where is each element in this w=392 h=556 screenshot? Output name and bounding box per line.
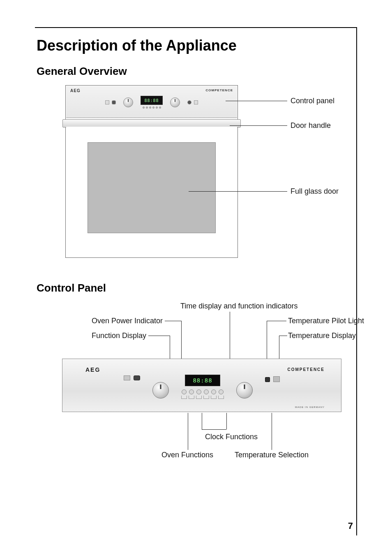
clock-button — [204, 389, 209, 394]
center-display-block: 88:88 — [181, 375, 224, 399]
bracket-icon — [189, 396, 194, 399]
page-frame: Description of the Appliance General Ove… — [35, 27, 357, 535]
temp-display-icon — [194, 100, 198, 104]
made-in-label: MADE IN GERMANY — [295, 406, 325, 408]
time-display: 88:88 — [185, 375, 220, 386]
control-panel-body: AEG COMPETENCE MADE IN GERMANY 88:88 — [62, 359, 341, 412]
power-indicator-icon — [105, 100, 109, 104]
clock-button — [189, 389, 194, 394]
function-knob — [123, 97, 133, 107]
leader-line — [230, 125, 287, 126]
leader-line — [279, 336, 287, 336]
clock-button — [219, 389, 224, 394]
clock-button — [146, 107, 148, 109]
leader-line — [202, 429, 226, 430]
page-title: Description of the Appliance — [37, 37, 356, 54]
clock-button — [143, 107, 145, 109]
clock-button — [182, 389, 187, 394]
panel-cluster: 88:88 — [105, 96, 198, 109]
power-indicator-icon — [124, 375, 130, 380]
leader-line — [165, 321, 181, 321]
clock-buttons-row — [182, 389, 224, 394]
clock-button — [159, 107, 161, 109]
leader-line — [188, 413, 188, 450]
oven-functions-knob — [152, 382, 169, 398]
section-control-panel: Control Panel Time display and function … — [35, 282, 356, 475]
control-panel-diagram: Time display and function indicators Ove… — [62, 302, 350, 475]
bracket-row — [181, 396, 224, 399]
bracket-icon — [211, 396, 217, 399]
leader-line — [189, 191, 287, 192]
page-number: 7 — [348, 521, 353, 531]
label-clock-functions: Clock Functions — [205, 433, 258, 441]
leader-line — [226, 101, 287, 101]
section-general-overview: General Overview AEG COMPETENCE 88:88 — [35, 65, 356, 266]
leader-line — [272, 413, 272, 450]
heading-control-panel: Control Panel — [37, 282, 356, 294]
bracket-icon — [181, 396, 187, 399]
oven-control-panel: AEG COMPETENCE 88:88 — [66, 86, 237, 118]
brand-aeg: AEG — [70, 88, 81, 93]
clock-button — [152, 107, 154, 109]
right-indicators — [265, 375, 280, 382]
brand-competence: COMPETENCE — [287, 367, 325, 372]
pilot-light-icon — [187, 100, 191, 104]
clock-button — [211, 389, 216, 394]
temperature-knob — [170, 97, 180, 107]
bracket-icon — [218, 396, 224, 399]
function-display-icon — [134, 375, 140, 380]
callout-door-handle: Door handle — [291, 121, 331, 130]
temperature-display-icon — [273, 376, 280, 382]
brand-aeg: AEG — [85, 366, 100, 373]
callout-full-glass-door: Full glass door — [291, 187, 339, 196]
label-temperature-selection: Temperature Selection — [235, 451, 309, 459]
oven-door — [66, 127, 237, 257]
label-temperature-display: Temperature Display — [288, 331, 356, 340]
leader-line — [267, 321, 286, 321]
callout-control-panel: Control panel — [291, 97, 334, 105]
oven-body: AEG COMPETENCE 88:88 — [65, 85, 238, 258]
clock-buttons-row — [141, 107, 163, 109]
pilot-light-icon — [265, 377, 270, 382]
clock-button — [149, 107, 151, 109]
temperature-selection-knob — [236, 382, 253, 398]
function-display-icon — [112, 100, 116, 104]
heading-general-overview: General Overview — [37, 65, 356, 78]
control-cluster: 88:88 — [124, 375, 280, 399]
clock-button — [156, 107, 158, 109]
time-display: 88:88 — [141, 96, 163, 105]
display-block: 88:88 — [141, 96, 163, 109]
label-time-display: Time display and function indicators — [180, 302, 297, 310]
bracket-icon — [203, 396, 209, 399]
brand-competence: COMPETENCE — [206, 88, 233, 92]
leader-line — [202, 413, 202, 429]
label-oven-power-indicator: Oven Power Indicator — [92, 317, 163, 325]
door-handle — [62, 119, 241, 127]
label-oven-functions: Oven Functions — [161, 451, 213, 459]
leader-line — [148, 336, 170, 336]
oven-diagram: AEG COMPETENCE 88:88 — [65, 85, 345, 266]
label-function-display: Function Display — [92, 331, 146, 340]
leader-line — [226, 413, 227, 429]
left-indicators — [124, 375, 140, 380]
full-glass-door — [88, 142, 216, 233]
label-temperature-pilot-light: Temperature Pilot Light — [288, 317, 364, 325]
leader-line — [230, 312, 230, 364]
clock-button — [196, 389, 201, 394]
bracket-icon — [196, 396, 202, 399]
